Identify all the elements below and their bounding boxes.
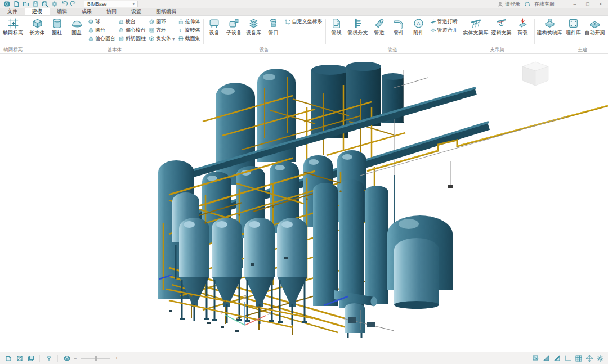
status-bar: − + [0,352,608,364]
embed-library-button[interactable]: 埋件库 [564,17,583,35]
pipe-button[interactable]: 管道 [370,17,389,35]
group-label: 土建 [536,46,608,53]
group-label: 设备 [205,46,324,53]
tab-file[interactable]: 文件 [0,8,25,15]
cuboid-button[interactable]: 长方体 [28,17,47,35]
3d-plant-model: Z Y X [0,54,608,352]
equipment-button[interactable]: 设备 [205,17,224,35]
grid-view-icon[interactable] [574,354,583,362]
extrude-solid-button[interactable]: 拉伸体 [178,17,200,26]
pipe-break-button[interactable]: 管道打断 [430,17,458,26]
structure-library-button[interactable]: 建构筑物库 [536,17,564,35]
group-label: 管道 [327,46,459,53]
eccentric-frustum-button[interactable]: 偏心圆台 [88,34,115,43]
zoom-slider[interactable] [81,358,110,359]
custom-ucs-button[interactable]: 自定义坐标系 [285,17,323,26]
pin-icon[interactable] [44,354,53,362]
cube-display-icon[interactable] [62,354,71,362]
tab-drawing-edit[interactable]: 图纸编辑 [149,8,184,15]
sub-equipment-button[interactable]: 子设备 [225,17,244,35]
logic-support-button[interactable]: 逻辑支架 [490,17,513,35]
ribbon-group-civil: 建构筑物库 埋件库 自动开洞 自由布洞 土建 [534,16,608,53]
right-tanks [313,179,453,338]
minimize-button[interactable]: – [570,1,579,7]
equipment-library-button[interactable]: 设备库 [244,17,263,35]
ribbon-group-basic-solids: 长方体 圆柱 圆盘 球 圆台 偏心圆台 棱台 偏心棱台 斜切圆柱 圆环 方环 负… [26,16,203,53]
group-label: 支吊架 [462,46,533,53]
app-logo-icon [3,1,10,7]
eccentric-pyramid-button[interactable]: 偏心棱台 [118,26,146,34]
pyramid-frustum-button[interactable]: 棱台 [118,17,146,26]
person-icon [497,1,503,7]
project-selector-value: BIMBase [87,1,107,7]
open-file-icon[interactable] [22,1,29,7]
tab-results[interactable]: 成果 [74,8,99,15]
grid-elevation-button[interactable]: 轴网标高 [2,17,24,35]
ribbon-tab-bar: 文件 建模 编辑 成果 协同 设置 图纸编辑 [0,8,608,16]
zoom-out-button[interactable]: − [74,356,77,361]
new-file-icon[interactable] [12,1,20,7]
ribbon-group-supports: 实体支架库 逻辑支架 荷载 支吊架 [461,16,534,53]
close-button[interactable]: × [596,1,605,7]
ribbon: 轴网标高 轴网标高 长方体 圆柱 圆盘 球 圆台 偏心圆台 棱台 偏心棱台 斜切… [0,16,608,54]
group-label: 基本体 [28,46,202,53]
pipe-fitting-button[interactable]: 管件 [390,17,409,35]
tab-modeling[interactable]: 建模 [25,8,50,15]
viewport-canvas[interactable]: Z Y X [0,54,608,352]
new-view-icon[interactable] [4,354,12,362]
slanted-cylinder-button[interactable]: 斜切圆柱 [118,34,146,43]
solid-support-library-button[interactable]: 实体支架库 [462,17,490,35]
nozzle-button[interactable]: 管口 [264,17,283,35]
ribbon-group-grid-elevation: 轴网标高 轴网标高 [0,16,26,53]
save-icon[interactable] [32,1,39,7]
save-as-icon[interactable] [41,1,48,7]
clip-volume-menu-icon[interactable] [531,354,540,362]
section-plane-alt-icon[interactable] [553,354,561,362]
tab-settings[interactable]: 设置 [124,8,149,15]
load-button[interactable]: 荷载 [513,17,533,35]
section-set-button[interactable]: 截面集 [178,34,200,43]
sheet-icon[interactable] [26,354,35,362]
online-support-link[interactable]: 在线客服 [534,1,555,8]
pipeline-button[interactable]: 管线 [327,17,346,35]
axis-y-label: Y [220,309,223,315]
headset-icon [524,1,530,7]
tab-collaboration[interactable]: 协同 [99,8,124,15]
cylinder-button[interactable]: 圆柱 [47,17,66,35]
revolve-solid-button[interactable]: 旋转体 [178,26,200,34]
torus-button[interactable]: 圆环 [149,17,175,26]
zoom-in-button[interactable]: + [115,356,118,361]
pan-icon[interactable] [585,354,593,362]
negative-solid-button[interactable]: 负实体▾ [149,34,175,43]
pipe-merge-button[interactable]: 管道合并 [430,26,458,34]
maximize-button[interactable]: □ [583,1,592,7]
chevron-down-icon: ▾ [132,2,135,6]
section-plane-icon[interactable] [542,354,551,362]
login-button[interactable]: 请登录 [497,1,520,8]
project-selector[interactable]: BIMBase ▾ [84,1,138,7]
settings-gear-icon[interactable] [51,1,58,7]
ribbon-group-equipment: 设备 子设备 设备库 管口 自定义坐标系 设备 [203,16,325,53]
pipeline-branch-button[interactable]: 管线分支 [347,17,369,35]
title-bar: BIMBase ▾ 请登录 在线客服 – □ × [0,0,608,8]
clip-range-icon[interactable] [15,354,24,362]
auto-opening-button[interactable]: 自动开洞 [584,17,606,35]
ribbon-group-piping: 管线 管线分支 管道 管件 附件 管道打断 管道合并 管道 [325,16,461,53]
attachment-button[interactable]: 附件 [409,17,428,35]
undo-icon[interactable] [60,1,68,7]
axis-corner-icon[interactable] [564,354,572,362]
zoom-slider-handle[interactable] [95,356,97,361]
view-cube[interactable] [522,62,548,86]
redo-icon[interactable] [70,1,77,7]
square-ring-button[interactable]: 方环 [149,26,175,34]
tab-edit[interactable]: 编辑 [50,8,74,15]
group-label: 轴网标高 [2,46,24,53]
view-settings-gear-icon[interactable] [596,354,604,362]
disc-button[interactable]: 圆盘 [67,17,86,35]
axis-x-label: X [267,311,271,316]
axis-z-label: Z [243,294,247,300]
chevron-down-icon: ▾ [172,36,175,42]
cone-frustum-button[interactable]: 圆台 [88,26,115,34]
sphere-button[interactable]: 球 [88,17,115,26]
